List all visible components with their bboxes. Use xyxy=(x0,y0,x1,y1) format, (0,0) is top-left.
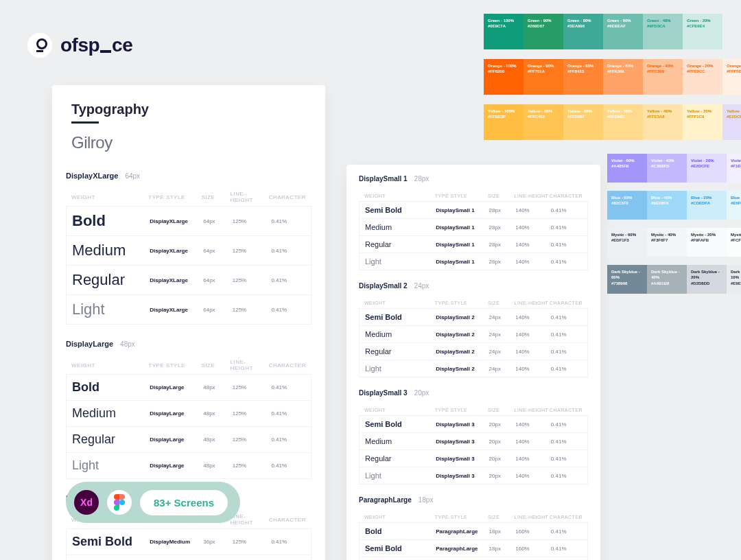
cell-line-height: 160% xyxy=(515,528,551,535)
cell-type-style: DisplaySmall 2 xyxy=(436,331,489,338)
color-swatch: Violet - 20%#E2DCFE xyxy=(687,154,727,183)
cell-size: 20px xyxy=(489,473,516,479)
cell-character: 0.41% xyxy=(551,349,582,355)
type-row: Semi BoldDisplaySmall 320px140%0.41% xyxy=(359,415,588,433)
weight-sample: Medium xyxy=(365,223,436,231)
swatch-hex: #CFE9E4 xyxy=(687,24,705,28)
cell-character: 0.41% xyxy=(551,366,582,372)
swatch-hex: #FFF0E6 xyxy=(727,69,741,73)
col-type-style: TYPE STYLE xyxy=(435,515,488,520)
type-row: Semi BoldParagraphLarge18px160%0.41% xyxy=(359,540,588,557)
cell-character: 0.41% xyxy=(271,463,305,469)
cell-line-height: 125% xyxy=(233,307,272,313)
swatch-name: Dark Skyblue - 60% xyxy=(611,269,643,281)
cell-type-style: DisplayXLarge xyxy=(150,248,203,254)
typography-title: Typography xyxy=(71,102,306,117)
col-size: SIZE xyxy=(201,194,230,200)
swatch-name: Mystic - 60% xyxy=(611,232,643,237)
swatch-name: Green - 40% xyxy=(647,18,679,23)
palette-row: Dark Skyblue - 60%#738998Dark Skyblue - … xyxy=(607,265,741,294)
col-line-height: LINE-HEIGHT xyxy=(515,515,550,520)
cell-size: 64px xyxy=(203,218,233,224)
weight-sample: Light xyxy=(365,257,436,266)
cell-size: 24px xyxy=(489,314,516,320)
weight-sample: Bold xyxy=(72,212,150,230)
cell-line-height: 140% xyxy=(515,439,551,445)
cell-line-height: 125% xyxy=(233,410,272,417)
swatch-name: Orange - 20% xyxy=(687,63,718,69)
col-size: SIZE xyxy=(488,515,515,520)
type-row: Semi BoldDisplayMedium36px125%0.41% xyxy=(66,528,311,555)
cell-type-style: DisplayXLarge xyxy=(150,218,203,224)
weight-sample: Semi Bold xyxy=(72,535,150,549)
cell-size: 18px xyxy=(489,546,516,552)
type-row: Semi BoldDisplaySmall 224px140%0.41% xyxy=(359,308,588,326)
col-size: SIZE xyxy=(201,362,230,369)
color-swatch: Green - 90%#269D67 xyxy=(524,14,563,49)
color-swatch: Green - 80%#3EA996 xyxy=(563,14,603,49)
cell-character: 0.41% xyxy=(271,384,305,390)
swatch-name: Orange - 90% xyxy=(528,63,559,69)
cell-type-style: DisplaySmall 2 xyxy=(436,366,489,372)
cell-type-style: DisplayXLarge xyxy=(150,277,203,283)
cell-size: 48px xyxy=(203,384,233,390)
col-character: CHARACTER xyxy=(269,362,306,369)
cell-size: 24px xyxy=(489,366,516,372)
col-line-height: LINE-HEIGHT xyxy=(515,408,550,412)
weight-sample: Medium xyxy=(365,437,436,445)
col-character: CHARACTER xyxy=(550,515,583,520)
cell-size: 48px xyxy=(203,463,233,469)
cell-type-style: DisplayLarge xyxy=(150,384,203,390)
col-weight: WEIGHT xyxy=(364,301,435,305)
cell-character: 0.41% xyxy=(551,456,582,462)
color-swatch: Yellow - 100%#FFBE3F xyxy=(484,104,524,140)
color-swatch: Dark Skyblue - 20%#D2D8DD xyxy=(687,265,727,294)
swatch-name: Yellow - 60% xyxy=(567,108,599,114)
swatch-hex: #C3B8FD xyxy=(651,164,670,168)
swatch-hex: #E2DCFA xyxy=(727,115,741,119)
cell-type-style: DisplaySmall 3 xyxy=(436,421,489,428)
weight-sample: Light xyxy=(72,301,150,318)
swatch-name: Green - 80% xyxy=(567,18,599,23)
weight-sample: Regular xyxy=(72,432,150,447)
cell-size: 24px xyxy=(489,349,516,355)
color-swatch: Blue - 40%#9ED8F8 xyxy=(647,191,687,220)
type-row: LightDisplayXLarge64px125%0.41% xyxy=(66,295,311,325)
weight-sample: Medium xyxy=(72,242,150,259)
swatch-hex: #0E9C7A xyxy=(488,24,506,28)
swatch-hex: #E6F6FD xyxy=(731,201,741,205)
weight-sample: Regular xyxy=(365,347,436,355)
type-row: LightDisplaySmall 320px140%0.41% xyxy=(359,467,588,485)
color-swatch: Yellow - 50%#FFD98C xyxy=(603,104,643,140)
cell-line-height: 140% xyxy=(515,331,551,338)
cell-size: 20px xyxy=(489,439,516,445)
cell-line-height: 125% xyxy=(233,218,272,224)
cell-type-style: DisplaySmall 3 xyxy=(436,473,489,479)
type-group: DisplaySmall 320pxWEIGHTTYPE STYLESIZELI… xyxy=(346,379,600,486)
col-line-height: LINE-HEIGHT xyxy=(231,191,269,203)
col-line-height: LINE-HEIGHT xyxy=(231,513,269,526)
weight-sample: Regular xyxy=(365,240,436,248)
type-table-head: WEIGHTTYPE STYLESIZELINE-HEIGHTCHARACTER xyxy=(66,356,311,374)
swatch-name: Blue - 60% xyxy=(611,195,643,200)
color-swatch: Dark Skyblue - 60%#738998 xyxy=(607,265,647,294)
color-swatch: Mystic - 20%#F9FAFB xyxy=(687,228,727,257)
swatch-hex: #3EA996 xyxy=(567,24,585,28)
type-row: MediumParagraphLarge18px160%0.41% xyxy=(359,557,588,560)
color-swatch: Green - 40%#9FD3CA xyxy=(643,14,683,49)
color-swatch: Orange - 60%#FFA366 xyxy=(603,59,643,95)
col-size: SIZE xyxy=(488,408,515,412)
swatch-name: Violet - 10% xyxy=(731,158,741,163)
swatch-hex: #EDF1F3 xyxy=(611,238,629,242)
type-group-name: DisplayXLarge xyxy=(66,172,118,180)
type-group-size: 28px xyxy=(414,175,430,183)
cell-character: 0.41% xyxy=(551,546,582,552)
cell-size: 20px xyxy=(489,456,516,462)
swatch-hex: #FFC452 xyxy=(528,115,545,119)
swatch-name: Dark Skyblue - 20% xyxy=(691,269,722,281)
type-row: BoldDisplayXLarge64px125%0.41% xyxy=(66,206,311,236)
type-row: MediumDisplayLarge48px125%0.41% xyxy=(66,401,311,427)
cell-type-style: ParagraphLarge xyxy=(436,528,489,535)
cell-line-height: 160% xyxy=(515,546,551,552)
adobe-xd-icon: Xd xyxy=(74,490,99,515)
